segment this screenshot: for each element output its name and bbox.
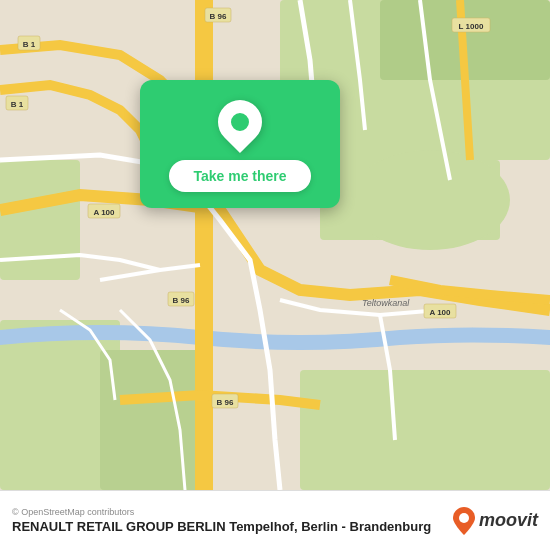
bottom-left-info: © OpenStreetMap contributors RENAULT RET…	[12, 507, 431, 534]
location-name: RENAULT RETAIL GROUP BERLIN Tempelhof, B…	[12, 519, 431, 534]
svg-text:A 100: A 100	[429, 308, 451, 317]
svg-rect-9	[195, 0, 213, 490]
map-container: B 1 B 1 B 96 B 96 B 96 A 100 A 100 L 100…	[0, 0, 550, 490]
bottom-bar: © OpenStreetMap contributors RENAULT RET…	[0, 490, 550, 550]
svg-rect-6	[0, 160, 80, 280]
svg-text:B 96: B 96	[173, 296, 190, 305]
svg-text:B 1: B 1	[23, 40, 36, 49]
svg-rect-5	[300, 370, 550, 490]
map-attribution: © OpenStreetMap contributors	[12, 507, 431, 517]
map-svg: B 1 B 1 B 96 B 96 B 96 A 100 A 100 L 100…	[0, 0, 550, 490]
svg-text:B 96: B 96	[210, 12, 227, 21]
svg-point-8	[350, 150, 510, 250]
svg-rect-4	[100, 350, 200, 490]
moovit-brand-text: moovit	[479, 510, 538, 531]
moovit-logo: moovit	[453, 507, 538, 535]
svg-text:B 96: B 96	[217, 398, 234, 407]
svg-text:A 100: A 100	[93, 208, 115, 217]
popup-card: Take me there	[140, 80, 340, 208]
svg-point-27	[459, 513, 469, 523]
svg-text:B 1: B 1	[11, 100, 24, 109]
moovit-pin-icon	[453, 507, 475, 535]
take-me-there-button[interactable]: Take me there	[169, 160, 310, 192]
svg-text:Teltowkanal: Teltowkanal	[362, 298, 410, 308]
svg-text:L 1000: L 1000	[459, 22, 484, 31]
location-pin-icon	[209, 91, 271, 153]
